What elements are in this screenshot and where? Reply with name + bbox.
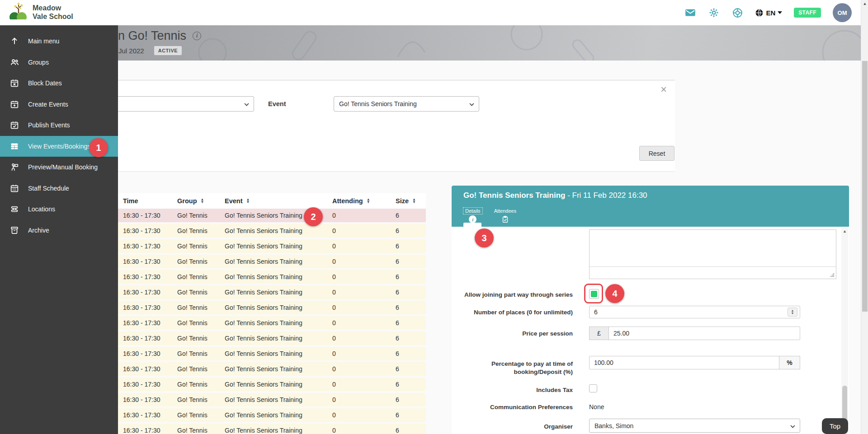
table-row[interactable]: 16:30 - 17:30Go! TennisGo! Tennis Senior…: [118, 301, 426, 314]
cell-size: 6: [390, 243, 426, 250]
cell-group: Go! Tennis: [172, 289, 219, 296]
avatar[interactable]: OM: [833, 3, 852, 22]
event-filter-label: Event: [268, 100, 286, 107]
page-scroll-up-icon[interactable]: ▲: [861, 1, 868, 6]
table-row[interactable]: 16:30 - 17:30Go! TennisGo! Tennis Senior…: [118, 393, 426, 406]
price-input[interactable]: 25.00: [609, 327, 800, 340]
cell-size: 6: [390, 396, 426, 403]
publish-events-icon: [9, 120, 20, 131]
info-icon[interactable]: i: [193, 32, 201, 40]
column-header-time: Time: [118, 197, 172, 205]
column-header-attending[interactable]: Attending▲▼: [327, 197, 390, 205]
cell-event: Go! Tennis Seniors Training: [219, 411, 327, 419]
sort-icon[interactable]: ▲▼: [412, 198, 416, 204]
event-filter-value: Go! Tennis Seniors Training: [339, 100, 417, 107]
cell-attending: 0: [327, 273, 390, 280]
table-row[interactable]: 16:30 - 17:30Go! TennisGo! Tennis Senior…: [118, 224, 426, 238]
topbar: Meadow Vale School EN STAFF OM: [0, 0, 868, 25]
school-logo[interactable]: Meadow Vale School: [8, 2, 73, 22]
panel-header: Go! Tennis Seniors Training - Fri 11 Feb…: [452, 186, 849, 227]
cell-attending: 0: [327, 427, 390, 434]
sidebar-item-block-dates[interactable]: Block Dates: [0, 73, 118, 94]
sidebar-item-staff-schedule[interactable]: Staff Schedule: [0, 178, 118, 199]
sort-icon[interactable]: ▲▼: [246, 198, 250, 204]
sort-icon[interactable]: ▲▼: [201, 198, 204, 204]
table-row[interactable]: 16:30 - 17:30Go! TennisGo! Tennis Senior…: [118, 424, 426, 434]
table-row[interactable]: 16:30 - 17:30Go! TennisGo! Tennis Senior…: [118, 378, 426, 391]
table-row[interactable]: 16:30 - 17:30Go! TennisGo! Tennis Senior…: [118, 347, 426, 360]
globe-icon: [755, 9, 764, 17]
cell-time: 16:30 - 17:30: [118, 273, 172, 280]
role-badge: STAFF: [794, 8, 821, 18]
sidebar-item-create-events[interactable]: Create Events: [0, 94, 118, 115]
column-header-event[interactable]: Event▲▼: [219, 197, 327, 205]
table-row[interactable]: 16:30 - 17:30Go! TennisGo! Tennis Senior…: [118, 255, 426, 268]
settings-icon[interactable]: [708, 7, 720, 19]
tab-label: Attendees: [492, 208, 519, 214]
column-label: Event: [225, 197, 243, 205]
table-row[interactable]: 16:30 - 17:30Go! TennisGo! Tennis Senior…: [118, 316, 426, 330]
comm-pref-value: None: [589, 403, 604, 411]
sidebar-item-publish-events[interactable]: Publish Events: [0, 115, 118, 136]
cell-attending: 0: [327, 381, 390, 388]
cell-event: Go! Tennis Seniors Training: [219, 335, 327, 342]
sidebar-item-main-menu[interactable]: Main menu: [0, 31, 118, 52]
cell-time: 16:30 - 17:30: [118, 350, 172, 357]
sidebar-item-preview-manual-booking[interactable]: Preview/Manual Booking: [0, 157, 118, 178]
sidebar-item-archive[interactable]: Archive: [0, 220, 118, 241]
column-header-size[interactable]: Size▲▼: [390, 197, 426, 205]
resize-grip-icon[interactable]: [830, 273, 835, 277]
sidebar-item-label: Main menu: [28, 37, 59, 45]
chevron-down-icon: [469, 100, 474, 107]
close-icon[interactable]: ×: [660, 84, 667, 95]
main-menu-icon: [9, 36, 20, 47]
table-row[interactable]: 16:30 - 17:30Go! TennisGo! Tennis Senior…: [118, 270, 426, 284]
number-spinner[interactable]: ▲▼: [788, 308, 797, 317]
cell-group: Go! Tennis: [172, 258, 219, 265]
help-icon[interactable]: [731, 7, 743, 19]
price-value: 25.00: [613, 330, 629, 337]
table-row[interactable]: 16:30 - 17:30Go! TennisGo! Tennis Senior…: [118, 362, 426, 376]
page-scrollbar-thumb[interactable]: [862, 61, 868, 312]
cell-time: 16:30 - 17:30: [118, 396, 172, 403]
table-row[interactable]: 16:30 - 17:30Go! TennisGo! Tennis Senior…: [118, 209, 426, 222]
panel-title-event: Go! Tennis Seniors Training: [463, 191, 565, 200]
sidebar-item-locations[interactable]: Locations: [0, 199, 118, 220]
language-selector[interactable]: EN: [755, 9, 782, 17]
event-detail-panel: Go! Tennis Seniors Training - Fri 11 Feb…: [452, 186, 849, 434]
panel-scroll-up-icon[interactable]: ▲: [841, 229, 848, 233]
description-textarea[interactable]: [589, 229, 836, 279]
tab-attendees[interactable]: Attendees: [492, 208, 519, 225]
logo-hills-icon: [8, 2, 29, 22]
sidebar-item-label: View Events/Bookings: [28, 143, 90, 150]
table-row[interactable]: 16:30 - 17:30Go! TennisGo! Tennis Senior…: [118, 331, 426, 345]
active-tab-indicator: [463, 223, 481, 227]
staff-schedule-icon: [9, 183, 20, 194]
table-row[interactable]: 16:30 - 17:30Go! TennisGo! Tennis Senior…: [118, 239, 426, 253]
table-row[interactable]: 16:30 - 17:30Go! TennisGo! Tennis Senior…: [118, 285, 426, 299]
table-row[interactable]: 16:30 - 17:30Go! TennisGo! Tennis Senior…: [118, 408, 426, 422]
event-filter-select[interactable]: Go! Tennis Seniors Training: [334, 96, 479, 112]
sidebar-item-groups[interactable]: Groups: [0, 52, 118, 73]
cell-size: 6: [390, 365, 426, 373]
column-header-group[interactable]: Group▲▼: [172, 197, 219, 205]
sort-icon[interactable]: ▲▼: [367, 198, 370, 204]
cell-attending: 0: [327, 411, 390, 419]
cell-event: Go! Tennis Seniors Training: [219, 381, 327, 388]
allow-joining-label: Allow joining part way through series: [452, 291, 573, 299]
cell-size: 6: [390, 227, 426, 234]
page-banner: n Go! Tennis i Jul 2022 ACTIVE: [0, 25, 868, 61]
cell-size: 6: [390, 350, 426, 357]
organiser-select[interactable]: Banks, Simon: [589, 419, 800, 433]
reset-button[interactable]: Reset: [639, 146, 675, 161]
currency-prefix: £: [589, 327, 609, 340]
percentage-input[interactable]: 100.00: [589, 356, 779, 369]
scroll-top-button[interactable]: Top: [822, 418, 848, 434]
places-input[interactable]: 6 ▲▼: [589, 306, 800, 318]
cell-event: Go! Tennis Seniors Training: [219, 427, 327, 434]
mail-icon[interactable]: [684, 7, 696, 19]
includes-tax-checkbox[interactable]: [589, 384, 597, 392]
preview-booking-icon: [9, 162, 20, 173]
event-date-range: Jul 2022: [118, 47, 144, 55]
language-label: EN: [766, 9, 775, 17]
